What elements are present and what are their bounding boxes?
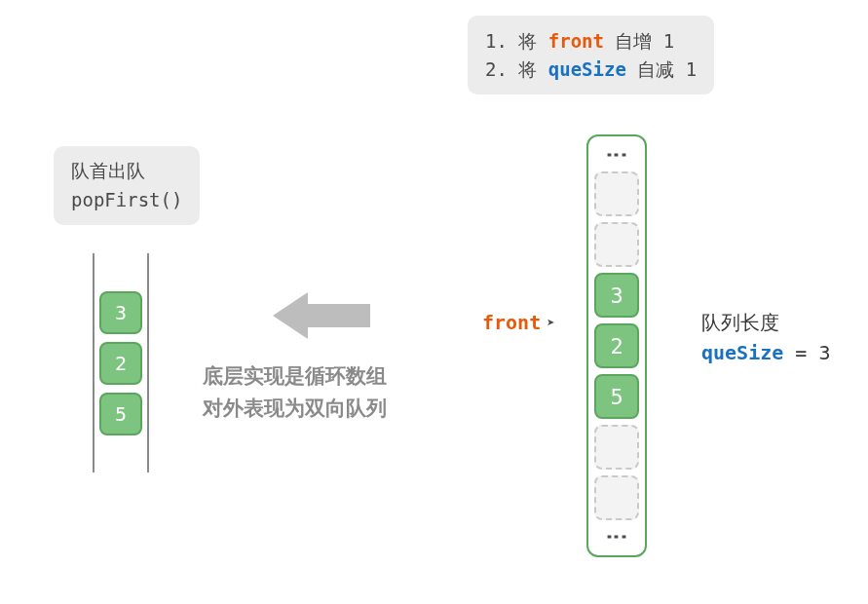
caption-line2: 对外表现为双向队列 <box>203 393 387 425</box>
array-slot-filled: 5 <box>594 374 639 419</box>
deque-logical-view: 3 2 5 <box>93 253 149 472</box>
equals-text: = <box>783 341 818 364</box>
pointer-arrow-icon: ➤ <box>547 315 554 330</box>
array-slot-empty <box>594 222 639 267</box>
quesize-keyword: queSize <box>548 58 626 80</box>
quesize-value: 3 <box>818 341 830 364</box>
svg-marker-0 <box>273 292 370 339</box>
step1-prefix: 1. 将 <box>485 30 548 52</box>
operation-name-chip: 队首出队 popFirst() <box>54 146 200 225</box>
algorithm-steps-note: 1. 将 front 自增 1 2. 将 queSize 自减 1 <box>468 16 714 94</box>
quesize-keyword: queSize <box>701 341 783 364</box>
array-slot-filled: 2 <box>594 323 639 368</box>
front-keyword: front <box>482 311 541 334</box>
front-keyword: front <box>548 30 604 52</box>
implementation-caption: 底层实现是循环数组 对外表现为双向队列 <box>203 360 387 424</box>
queue-size-caption: 队列长度 <box>701 308 830 338</box>
array-slot-front: 3 <box>594 273 639 318</box>
queue-size-label: 队列长度 queSize = 3 <box>701 308 830 368</box>
step2-suffix: 自减 1 <box>626 58 697 80</box>
array-slot-empty <box>594 171 639 216</box>
operation-name-fn: popFirst() <box>71 186 182 214</box>
caption-line1: 底层实现是循环数组 <box>203 360 387 393</box>
deque-cell: 2 <box>99 342 142 385</box>
transform-arrow-icon <box>273 288 370 343</box>
step2-prefix: 2. 将 <box>485 58 548 80</box>
array-slot-empty <box>594 475 639 520</box>
step1-suffix: 自增 1 <box>604 30 674 52</box>
deque-cell: 5 <box>99 393 142 435</box>
circular-array-view: ⋮ 3 2 5 ⋮ <box>586 134 647 557</box>
deque-cell: 3 <box>99 291 142 334</box>
operation-name-cn: 队首出队 <box>71 158 182 186</box>
ellipsis-icon: ⋮ <box>610 144 623 166</box>
array-slot-empty <box>594 425 639 470</box>
front-pointer-label: front ➤ <box>482 311 555 334</box>
ellipsis-icon: ⋮ <box>610 526 623 547</box>
